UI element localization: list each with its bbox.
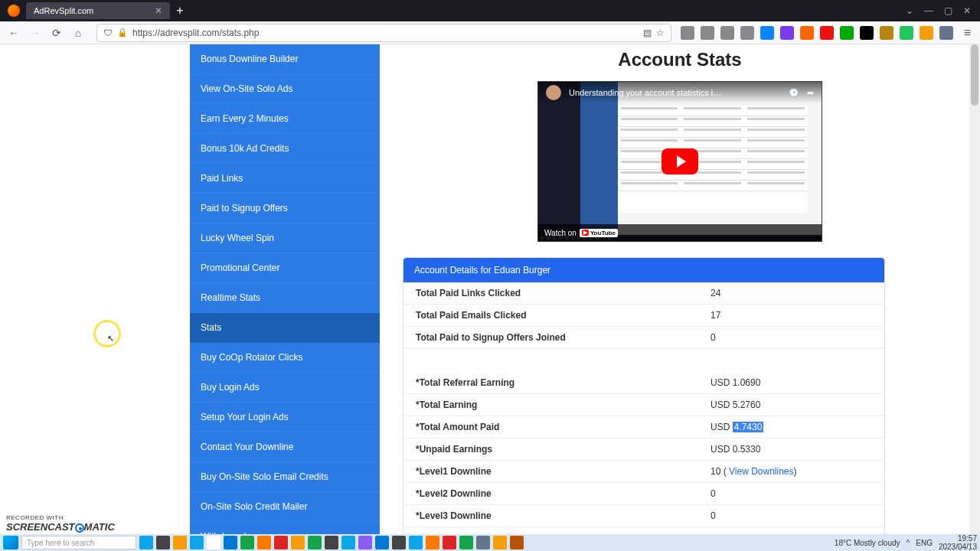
windows-taskbar: Type here to search 18°C Mostly cloudy ^…: [0, 534, 980, 551]
sidebar-item[interactable]: Bonus Downline Builder: [190, 44, 380, 74]
taskbar-app-icon[interactable]: [156, 536, 170, 549]
extension-icon[interactable]: [701, 26, 714, 40]
sidebar-item[interactable]: Paid Links: [190, 164, 380, 194]
tray-chevron-icon[interactable]: ^: [906, 539, 910, 547]
start-button[interactable]: [3, 536, 18, 549]
watch-later-icon[interactable]: 🕑: [789, 88, 799, 98]
taskbar-app-icon[interactable]: [375, 536, 389, 549]
extension-icon[interactable]: [720, 26, 734, 40]
taskbar-app-icon[interactable]: [392, 536, 406, 549]
taskbar-app-icon[interactable]: [358, 536, 372, 549]
home-button[interactable]: ⌂: [69, 24, 87, 42]
taskbar-app-icon[interactable]: [190, 536, 204, 549]
taskbar-app-icon[interactable]: [291, 536, 305, 549]
stat-label: *Level2 Downline: [403, 482, 698, 504]
clock-time[interactable]: 19:57: [939, 534, 977, 543]
video-player[interactable]: Understanding your account statistics i……: [537, 81, 822, 242]
language-indicator[interactable]: ENG: [916, 539, 933, 547]
clock-date[interactable]: 2023/04/13: [939, 543, 977, 551]
extension-icon[interactable]: [780, 26, 794, 40]
sidebar-item[interactable]: On-Site Solo Credit Mailer: [190, 492, 380, 522]
browser-tab[interactable]: AdRevSplit.com ✕: [26, 2, 170, 19]
sidebar-item[interactable]: Withdrawal: [190, 522, 380, 534]
new-tab-button[interactable]: +: [176, 4, 183, 18]
stat-label: Total Paid to Signup Offers Joined: [403, 327, 698, 349]
extension-icon[interactable]: [920, 26, 933, 40]
close-window-icon[interactable]: ✕: [963, 5, 971, 16]
maximize-icon[interactable]: ▢: [944, 5, 952, 16]
table-row: *Level3 Downline0: [403, 504, 884, 527]
reader-icon[interactable]: ▤: [643, 28, 652, 38]
video-footer[interactable]: Watch on YouTube: [538, 224, 822, 241]
video-title[interactable]: Understanding your account statistics i…: [569, 88, 781, 97]
sidebar-item[interactable]: Realtime Stats: [190, 283, 380, 313]
taskbar-app-icon[interactable]: [493, 536, 507, 549]
sidebar-item[interactable]: View On-Site Solo Ads: [190, 74, 380, 104]
table-row: *Total EarningUSD 5.2760: [403, 393, 884, 416]
sidebar-item[interactable]: Setup Your Login Ads: [190, 403, 380, 432]
taskbar-app-icon[interactable]: [224, 536, 237, 549]
taskbar-search[interactable]: Type here to search: [21, 536, 136, 549]
share-icon[interactable]: ➦: [807, 88, 814, 98]
sidebar-item[interactable]: Contact Your Downline: [190, 432, 380, 462]
taskbar-app-icon[interactable]: [476, 536, 490, 549]
taskbar-app-icon[interactable]: [443, 536, 456, 549]
extension-icon[interactable]: [880, 26, 893, 40]
taskbar-app-icon[interactable]: [409, 536, 423, 549]
taskbar-app-icon[interactable]: [341, 536, 355, 549]
extension-icon[interactable]: [939, 26, 953, 40]
sidebar-item[interactable]: Lucky Wheel Spin: [190, 223, 380, 253]
close-tab-icon[interactable]: ✕: [155, 5, 162, 16]
taskbar-app-icon[interactable]: [510, 536, 524, 549]
taskbar-app-icon[interactable]: [459, 536, 473, 549]
minimize-icon[interactable]: —: [924, 5, 933, 16]
bookmark-icon[interactable]: ☆: [656, 28, 665, 38]
sidebar-item[interactable]: Promotional Center: [190, 253, 380, 283]
extension-icon[interactable]: [900, 26, 913, 40]
sidebar-item[interactable]: Buy CoOp Rotator Clicks: [190, 343, 380, 373]
play-button[interactable]: [662, 148, 698, 174]
taskbar-app-icon[interactable]: [207, 536, 220, 549]
channel-avatar[interactable]: [546, 85, 561, 100]
sidebar-item[interactable]: Stats: [190, 313, 380, 343]
taskbar-app-icon[interactable]: [173, 536, 187, 549]
extension-icon[interactable]: [860, 26, 874, 40]
sidebar-item[interactable]: Bonus 10k Ad Credits: [190, 134, 380, 164]
taskbar-app-icon[interactable]: [274, 536, 288, 549]
watermark-logo-icon: [75, 523, 84, 533]
chevron-down-icon[interactable]: ⌄: [906, 5, 913, 16]
back-button[interactable]: ←: [5, 24, 23, 42]
sidebar-item[interactable]: Earn Every 2 Minutes: [190, 104, 380, 134]
table-row: *Total Amount PaidUSD 4.7430: [403, 416, 884, 438]
reload-button[interactable]: ⟳: [47, 24, 66, 42]
menu-button[interactable]: ≡: [959, 26, 975, 40]
scrollbar[interactable]: [969, 44, 980, 534]
taskbar-app-icon[interactable]: [139, 536, 153, 549]
taskbar-app-icon[interactable]: [308, 536, 322, 549]
taskbar-app-icon[interactable]: [257, 536, 271, 549]
extension-icon[interactable]: [800, 26, 814, 40]
stat-label: *Total Referral Earning: [403, 372, 698, 394]
taskbar-app-icon[interactable]: [325, 536, 338, 549]
extension-icon[interactable]: [760, 26, 774, 40]
stat-label: *Level1 Downline: [403, 460, 698, 482]
table-row: Total Paid to Signup Offers Joined0: [403, 327, 884, 349]
scrollbar-thumb[interactable]: [971, 44, 978, 106]
weather-widget[interactable]: 18°C Mostly cloudy: [835, 539, 900, 547]
extension-icon[interactable]: [740, 26, 754, 40]
sidebar-item[interactable]: Buy Login Ads: [190, 373, 380, 403]
sidebar-item[interactable]: Paid to Signup Offers: [190, 194, 380, 223]
forward-button[interactable]: →: [26, 24, 44, 42]
taskbar-app-icon[interactable]: [426, 536, 439, 549]
view-downlines-link[interactable]: View Downlines: [729, 466, 794, 477]
stat-value: 24: [698, 282, 884, 305]
sidebar-item[interactable]: Buy On-Site Solo Email Credits: [190, 462, 380, 492]
url-bar[interactable]: 🛡 🔒 https://adrevsplit.com/stats.php ▤ ☆: [96, 24, 671, 42]
extension-icon[interactable]: [820, 26, 834, 40]
sidebar-nav: Bonus Downline BuilderView On-Site Solo …: [190, 44, 380, 534]
extension-icon[interactable]: [681, 26, 694, 40]
taskbar-app-icon[interactable]: [240, 536, 254, 549]
panel-header: Account Details for Eduan Burger: [403, 258, 884, 282]
lock-icon: 🔒: [117, 28, 128, 37]
extension-icon[interactable]: [840, 26, 854, 40]
